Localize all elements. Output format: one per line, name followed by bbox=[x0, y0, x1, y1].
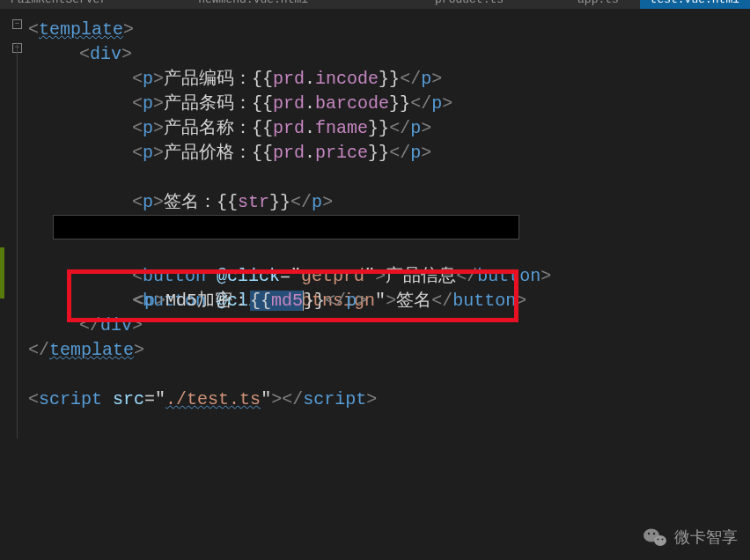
tab-bar: PalmRentServer newmend.vue.html product.… bbox=[0, 0, 750, 9]
fold-icon[interactable]: − bbox=[12, 19, 22, 29]
svg-point-2 bbox=[648, 533, 650, 534]
tab-product[interactable]: product.ts bbox=[424, 0, 514, 9]
code-editor[interactable]: − − <template> <div> <p>产品编码：{{prd.incod… bbox=[0, 9, 750, 412]
code-line[interactable]: <div> bbox=[26, 42, 750, 67]
code-line-empty[interactable] bbox=[26, 166, 750, 190]
line-highlight bbox=[53, 215, 519, 239]
code-line[interactable]: <p>产品价格：{{prd.price}}</p> bbox=[26, 141, 750, 166]
code-line-empty[interactable] bbox=[26, 363, 750, 387]
wechat-icon bbox=[643, 527, 667, 548]
code-line[interactable]: <p>产品编码：{{prd.incode}}</p> bbox=[26, 67, 750, 92]
indent-guide bbox=[17, 42, 18, 438]
code-line[interactable]: <p>产品条码：{{prd.barcode}}</p> bbox=[26, 92, 750, 116]
change-marker bbox=[0, 247, 4, 298]
tab-app[interactable]: app.ts bbox=[567, 0, 629, 9]
svg-point-5 bbox=[662, 539, 664, 541]
watermark-text: 微卡智享 bbox=[674, 527, 738, 548]
code-area: <template> <div> <p>产品编码：{{prd.incode}}<… bbox=[26, 18, 750, 412]
tab-newmend[interactable]: newmend.vue.html bbox=[188, 0, 319, 9]
watermark: 微卡智享 bbox=[643, 527, 738, 548]
tab-test-vue[interactable]: test.vue.html bbox=[640, 0, 750, 9]
code-line[interactable]: <script src="./test.ts"></script> bbox=[26, 387, 750, 412]
svg-point-4 bbox=[658, 539, 659, 541]
code-line[interactable]: <p>产品名称：{{prd.fname}}</p> bbox=[26, 116, 750, 141]
tab-palmrentserver[interactable]: PalmRentServer bbox=[0, 0, 117, 9]
code-line[interactable]: <p>签名：{{str}}</p> bbox=[26, 190, 750, 215]
code-line-current[interactable]: <p>Md5加密：{{md5}}</p> bbox=[26, 215, 750, 239]
svg-point-1 bbox=[654, 535, 666, 546]
svg-point-3 bbox=[653, 533, 655, 534]
code-line[interactable]: <template> bbox=[26, 18, 750, 42]
gutter: − − bbox=[0, 19, 26, 67]
